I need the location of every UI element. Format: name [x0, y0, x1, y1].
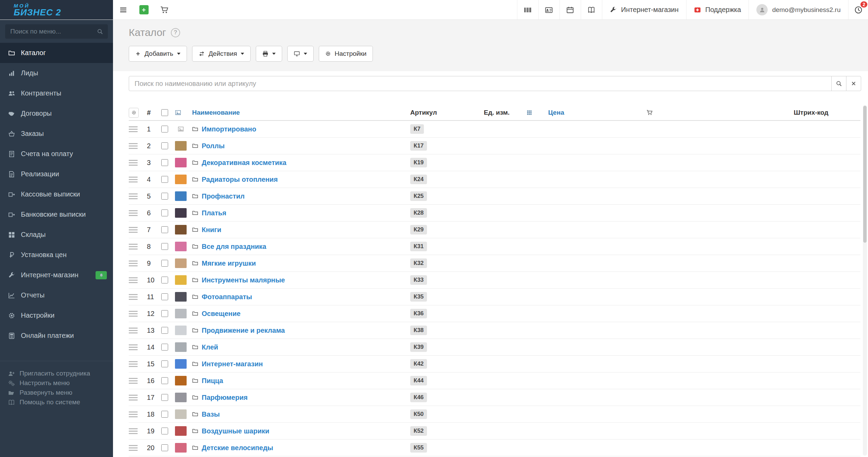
- drag-handle[interactable]: [129, 192, 138, 201]
- drag-handle[interactable]: [129, 293, 138, 301]
- id-card-button[interactable]: [538, 0, 559, 20]
- select-all-checkbox[interactable]: [161, 109, 168, 116]
- category-link[interactable]: Пицца: [202, 377, 223, 385]
- header-price[interactable]: Цена: [548, 109, 646, 116]
- drag-handle[interactable]: [129, 226, 138, 234]
- row-checkbox[interactable]: [161, 377, 168, 384]
- drag-handle[interactable]: [129, 175, 138, 184]
- catalog-search-input[interactable]: [129, 76, 832, 91]
- drag-handle[interactable]: [129, 276, 138, 284]
- sidebar-item-system-help[interactable]: Помощь по системе: [0, 397, 113, 407]
- sidebar-item-expand-menu[interactable]: Развернуть меню: [0, 388, 113, 397]
- row-checkbox[interactable]: [161, 159, 168, 166]
- history-button[interactable]: 2: [848, 0, 868, 20]
- row-checkbox[interactable]: [161, 344, 168, 351]
- row-checkbox[interactable]: [161, 243, 168, 250]
- row-checkbox[interactable]: [161, 193, 168, 200]
- category-link[interactable]: Вазы: [202, 410, 220, 418]
- account-menu[interactable]: demo@mybusiness2.ru: [749, 0, 848, 20]
- drag-handle[interactable]: [129, 158, 138, 167]
- calendar-button[interactable]: [559, 0, 581, 20]
- print-button[interactable]: [256, 46, 282, 62]
- search-clear-button[interactable]: [846, 76, 861, 91]
- sidebar-item-settings[interactable]: Настройки: [0, 305, 113, 326]
- drag-handle[interactable]: [129, 343, 138, 352]
- drag-handle[interactable]: [129, 393, 138, 402]
- category-link[interactable]: Воздушные шарики: [202, 427, 269, 435]
- drag-handle[interactable]: [129, 242, 138, 251]
- app-logo[interactable]: МОЙ БИЗНЕС 2: [0, 0, 113, 20]
- cart-button[interactable]: [154, 0, 175, 20]
- actions-button[interactable]: Действия: [192, 46, 251, 62]
- category-link[interactable]: Клей: [202, 343, 218, 351]
- drag-handle[interactable]: [129, 360, 138, 368]
- category-link[interactable]: Детские велосипеды: [202, 444, 273, 452]
- row-checkbox[interactable]: [161, 411, 168, 418]
- row-checkbox[interactable]: [161, 360, 168, 367]
- sidebar-item-warehouses[interactable]: Склады: [0, 225, 113, 245]
- row-checkbox[interactable]: [161, 126, 168, 132]
- menu-search-input[interactable]: [5, 24, 108, 39]
- row-checkbox[interactable]: [161, 293, 168, 300]
- row-checkbox[interactable]: [161, 444, 168, 451]
- grid-column-icon[interactable]: [527, 110, 532, 115]
- sidebar-item-online-store[interactable]: Интернет-магазин: [0, 265, 113, 285]
- sidebar-item-contractors[interactable]: Контрагенты: [0, 83, 113, 103]
- sidebar-item-contracts[interactable]: Договоры: [0, 103, 113, 124]
- sidebar-item-leads[interactable]: Лиды: [0, 63, 113, 83]
- row-checkbox[interactable]: [161, 310, 168, 317]
- sidebar-item-online-payments[interactable]: Онлайн платежи: [0, 326, 113, 346]
- row-checkbox[interactable]: [161, 428, 168, 434]
- drag-handle[interactable]: [129, 377, 138, 385]
- sidebar-item-cash-statements[interactable]: Кассовые выписки: [0, 184, 113, 204]
- category-link[interactable]: Интернет-магазин: [202, 360, 263, 368]
- category-link[interactable]: Платья: [202, 209, 226, 217]
- category-link[interactable]: Фотоаппараты: [202, 293, 252, 301]
- category-link[interactable]: Декоративная косметика: [202, 159, 286, 167]
- category-link[interactable]: Книги: [202, 226, 221, 234]
- row-checkbox[interactable]: [161, 394, 168, 401]
- sidebar-item-invoices[interactable]: Счета на оплату: [0, 144, 113, 164]
- category-link[interactable]: Освещение: [202, 310, 240, 318]
- category-link[interactable]: Профнастил: [202, 192, 244, 200]
- drag-handle[interactable]: [129, 142, 138, 150]
- row-checkbox[interactable]: [161, 327, 168, 334]
- drag-handle[interactable]: [129, 410, 138, 419]
- sidebar-item-configure-menu[interactable]: Настроить меню: [0, 378, 113, 388]
- column-settings-button[interactable]: [129, 108, 139, 118]
- cart-column-icon[interactable]: [646, 110, 653, 116]
- vertical-scrollbar[interactable]: [863, 105, 867, 456]
- display-button[interactable]: [287, 46, 314, 62]
- knowledge-base-button[interactable]: [581, 0, 602, 20]
- drag-handle[interactable]: [129, 125, 138, 134]
- search-icon[interactable]: [97, 28, 103, 35]
- drag-handle[interactable]: [129, 427, 138, 435]
- drag-handle[interactable]: [129, 309, 138, 318]
- header-name[interactable]: Наименование: [192, 109, 410, 116]
- help-icon[interactable]: ?: [171, 28, 180, 37]
- drag-handle[interactable]: [129, 209, 138, 217]
- sidebar-item-orders[interactable]: Заказы: [0, 124, 113, 144]
- settings-button[interactable]: Настройки: [319, 46, 373, 62]
- add-button[interactable]: Добавить: [129, 46, 187, 62]
- search-submit-button[interactable]: [831, 76, 846, 91]
- drag-handle[interactable]: [129, 444, 138, 452]
- menu-toggle-button[interactable]: [113, 0, 134, 20]
- row-checkbox[interactable]: [161, 260, 168, 267]
- online-store-link[interactable]: Интернет-магазин: [602, 0, 686, 20]
- category-link[interactable]: Мягкие игрушки: [202, 259, 256, 267]
- row-checkbox[interactable]: [161, 142, 168, 149]
- sidebar-item-bank-statements[interactable]: Банковские выписки: [0, 204, 113, 225]
- category-link[interactable]: Парфюмерия: [202, 394, 248, 402]
- sidebar-item-price-setting[interactable]: Установка цен: [0, 245, 113, 265]
- barcode-button[interactable]: [517, 0, 538, 20]
- row-checkbox[interactable]: [161, 210, 168, 216]
- category-link[interactable]: Импортировано: [202, 125, 256, 133]
- sidebar-item-catalog[interactable]: Каталог: [0, 43, 113, 63]
- sidebar-item-sales[interactable]: Реализации: [0, 164, 113, 184]
- scrollbar-thumb[interactable]: [863, 106, 867, 243]
- row-checkbox[interactable]: [161, 176, 168, 183]
- drag-handle[interactable]: [129, 259, 138, 268]
- drag-handle[interactable]: [129, 326, 138, 335]
- support-link[interactable]: Поддержка: [686, 0, 749, 20]
